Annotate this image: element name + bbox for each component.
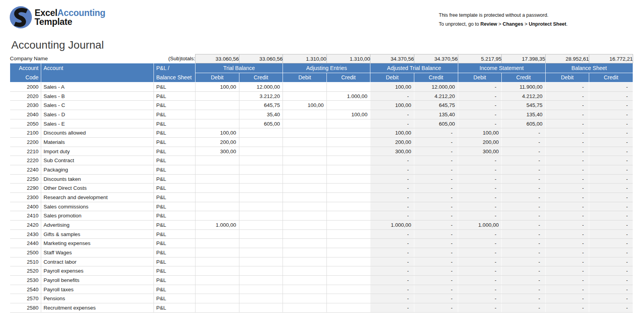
calculated-amount-cell[interactable]: 100,00 <box>370 128 414 138</box>
calculated-amount-cell[interactable]: - <box>502 147 546 156</box>
amount-input-cell[interactable] <box>283 202 327 211</box>
amount-input-cell[interactable] <box>326 101 370 110</box>
subtotal-cell[interactable]: 34.370,56 <box>414 54 458 63</box>
calculated-amount-cell[interactable]: - <box>458 294 502 303</box>
calculated-amount-cell[interactable]: - <box>458 156 502 165</box>
account-name-cell[interactable]: Sales - A <box>41 82 154 92</box>
calculated-amount-cell[interactable]: - <box>458 266 502 276</box>
amount-input-cell[interactable] <box>195 119 239 128</box>
calculated-amount-cell[interactable]: - <box>370 294 414 303</box>
pnl-type-cell[interactable]: P&L <box>154 193 195 202</box>
account-name-cell[interactable]: Discounts allowed <box>41 128 154 138</box>
calculated-amount-cell[interactable]: 4.212,20 <box>414 91 458 101</box>
amount-input-cell[interactable] <box>283 257 327 266</box>
account-code-cell[interactable]: 2430 <box>10 229 41 239</box>
calculated-amount-cell[interactable]: - <box>414 294 458 303</box>
amount-input-cell[interactable] <box>239 229 283 239</box>
subtotal-cell[interactable]: 5.217,95 <box>458 54 502 63</box>
amount-input-cell[interactable] <box>239 285 283 294</box>
calculated-amount-cell[interactable]: - <box>370 257 414 266</box>
amount-input-cell[interactable] <box>239 147 283 156</box>
pnl-type-cell[interactable]: P&L <box>154 220 195 230</box>
account-code-cell[interactable]: 2220 <box>10 156 41 165</box>
calculated-amount-cell[interactable]: - <box>458 248 502 257</box>
account-name-cell[interactable]: Other Direct Costs <box>41 184 154 193</box>
pnl-type-cell[interactable]: P&L <box>154 119 195 128</box>
calculated-amount-cell[interactable]: - <box>458 184 502 193</box>
amount-input-cell[interactable] <box>283 193 327 202</box>
amount-input-cell[interactable] <box>239 156 283 165</box>
calculated-amount-cell[interactable]: - <box>370 184 414 193</box>
calculated-amount-cell[interactable]: - <box>589 276 633 285</box>
amount-input-cell[interactable] <box>283 165 327 175</box>
pnl-type-cell[interactable]: P&L <box>154 128 195 138</box>
calculated-amount-cell[interactable]: - <box>545 138 589 147</box>
amount-input-cell[interactable] <box>283 184 327 193</box>
calculated-amount-cell[interactable]: - <box>458 101 502 110</box>
calculated-amount-cell[interactable]: - <box>545 193 589 202</box>
calculated-amount-cell[interactable]: - <box>370 211 414 220</box>
pnl-type-cell[interactable]: P&L <box>154 138 195 147</box>
pnl-type-cell[interactable]: P&L <box>154 239 195 248</box>
calculated-amount-cell[interactable]: - <box>502 294 546 303</box>
subtotal-cell[interactable]: 28.952,61 <box>545 54 589 63</box>
amount-input-cell[interactable] <box>283 248 327 257</box>
account-name-cell[interactable]: Marketing expenses <box>41 239 154 248</box>
calculated-amount-cell[interactable]: - <box>502 138 546 147</box>
amount-input-cell[interactable] <box>326 156 370 165</box>
amount-input-cell[interactable] <box>326 202 370 211</box>
amount-input-cell[interactable] <box>239 174 283 184</box>
account-code-cell[interactable]: 2520 <box>10 266 41 276</box>
calculated-amount-cell[interactable]: - <box>458 193 502 202</box>
account-code-cell[interactable]: 2540 <box>10 285 41 294</box>
subtotal-cell[interactable]: 17.398,35 <box>502 54 546 63</box>
calculated-amount-cell[interactable]: - <box>545 202 589 211</box>
amount-input-cell[interactable] <box>283 239 327 248</box>
calculated-amount-cell[interactable]: - <box>414 156 458 165</box>
amount-input-cell[interactable] <box>283 156 327 165</box>
account-name-cell[interactable]: Import duty <box>41 147 154 156</box>
amount-input-cell[interactable] <box>283 211 327 220</box>
calculated-amount-cell[interactable]: - <box>589 202 633 211</box>
amount-input-cell[interactable] <box>283 276 327 285</box>
calculated-amount-cell[interactable]: - <box>545 229 589 239</box>
amount-input-cell[interactable] <box>283 119 327 128</box>
calculated-amount-cell[interactable]: - <box>502 202 546 211</box>
account-code-cell[interactable]: 2030 <box>10 101 41 110</box>
calculated-amount-cell[interactable]: - <box>502 165 546 175</box>
amount-input-cell[interactable] <box>326 229 370 239</box>
calculated-amount-cell[interactable]: - <box>545 257 589 266</box>
calculated-amount-cell[interactable]: 100,00 <box>370 101 414 110</box>
account-name-cell[interactable]: Contract labor <box>41 257 154 266</box>
amount-input-cell[interactable] <box>326 285 370 294</box>
subtotal-cell[interactable]: 1.310,00 <box>326 54 370 63</box>
amount-input-cell[interactable] <box>326 184 370 193</box>
calculated-amount-cell[interactable]: - <box>414 211 458 220</box>
calculated-amount-cell[interactable]: - <box>458 110 502 119</box>
amount-input-cell[interactable]: 35,40 <box>239 110 283 119</box>
calculated-amount-cell[interactable]: 200,00 <box>458 138 502 147</box>
amount-input-cell[interactable] <box>195 101 239 110</box>
amount-input-cell[interactable] <box>239 239 283 248</box>
amount-input-cell[interactable] <box>195 294 239 303</box>
calculated-amount-cell[interactable]: - <box>589 165 633 175</box>
calculated-amount-cell[interactable]: - <box>545 276 589 285</box>
amount-input-cell[interactable] <box>326 266 370 276</box>
amount-input-cell[interactable]: 1.000,00 <box>195 220 239 230</box>
calculated-amount-cell[interactable]: - <box>502 220 546 230</box>
company-name-cell[interactable]: Company Name <box>10 54 154 63</box>
amount-input-cell[interactable] <box>283 110 327 119</box>
calculated-amount-cell[interactable]: - <box>370 119 414 128</box>
account-name-cell[interactable]: Sales promotion <box>41 211 154 220</box>
amount-input-cell[interactable] <box>195 91 239 101</box>
account-code-cell[interactable]: 2500 <box>10 248 41 257</box>
account-name-cell[interactable]: Sales - B <box>41 91 154 101</box>
calculated-amount-cell[interactable]: - <box>370 193 414 202</box>
account-name-cell[interactable]: Sub Contract <box>41 156 154 165</box>
calculated-amount-cell[interactable]: - <box>414 257 458 266</box>
amount-input-cell[interactable] <box>195 184 239 193</box>
amount-input-cell[interactable] <box>239 165 283 175</box>
amount-input-cell[interactable] <box>195 285 239 294</box>
calculated-amount-cell[interactable]: - <box>545 91 589 101</box>
calculated-amount-cell[interactable]: - <box>414 266 458 276</box>
